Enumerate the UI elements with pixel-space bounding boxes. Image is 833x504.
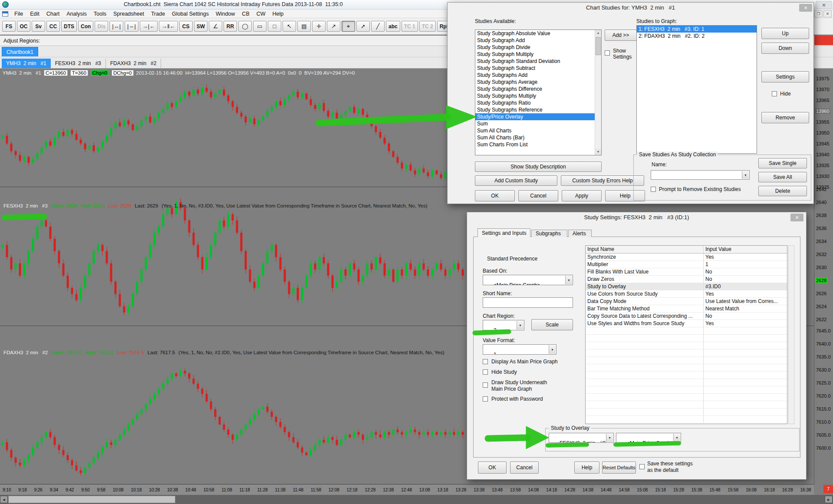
- study-list-item[interactable]: Study Subgraphs Add: [475, 72, 595, 79]
- study-list-item[interactable]: Study/Price Overlay: [475, 113, 595, 120]
- menu-item-edit[interactable]: Edit: [26, 11, 43, 17]
- study-list-item[interactable]: Study Subgraphs Average: [475, 79, 595, 86]
- short-name-input[interactable]: [483, 297, 573, 308]
- time-axis[interactable]: 9:109:189:269:349:429:509:5810:0810:1810…: [0, 484, 814, 495]
- save-single-button[interactable]: Save Single: [758, 158, 807, 168]
- study-list-item[interactable]: Study Subgraph Standard Deviation: [475, 58, 595, 65]
- menu-item-tools[interactable]: Tools: [90, 11, 110, 17]
- settings-cancel-button[interactable]: Cancel: [510, 461, 539, 474]
- menu-item-spreadsheet[interactable]: Spreadsheet: [110, 11, 148, 17]
- input-row[interactable]: Use Colors from Source StudyYes: [586, 290, 787, 298]
- prompt-remove-checkbox[interactable]: [651, 187, 656, 192]
- tab-alerts[interactable]: Alerts: [568, 230, 592, 237]
- hide-study-checkbox[interactable]: [772, 91, 777, 96]
- custom-study-errors-help-button[interactable]: Custom Study Errors Help: [561, 175, 644, 186]
- input-row[interactable]: [586, 401, 787, 408]
- chevron-down-icon[interactable]: ▼: [549, 345, 556, 354]
- save-all-button[interactable]: Save All: [758, 172, 807, 182]
- input-row[interactable]: Multiplier1: [586, 261, 787, 268]
- study-list-item[interactable]: Study Subgraph Divide: [475, 44, 595, 51]
- study-list-item[interactable]: Study Subgraphs Multiply: [475, 92, 595, 99]
- input-row[interactable]: [586, 386, 787, 394]
- studies-list-scrollbar[interactable]: ▲ ▼: [595, 30, 601, 155]
- move-down-button[interactable]: Down: [761, 43, 809, 54]
- settings-help-button[interactable]: Help: [574, 461, 599, 474]
- inputs-table[interactable]: Input Name Input Value SynchronizeYesMul…: [585, 245, 787, 424]
- graph-list-item[interactable]: 1: FESXH3 2 min #3. ID: 1: [637, 26, 757, 33]
- menu-item-window[interactable]: Window: [212, 11, 238, 17]
- study-list-item[interactable]: Sum Charts From List: [475, 141, 595, 148]
- toolbar-decrease-bar-spacing-max-icon[interactable]: →‖←: [159, 21, 178, 32]
- overlay-study-combobox[interactable]: FESXH3 2 min #3 ▼: [549, 433, 614, 443]
- draw-underneath-checkbox[interactable]: [483, 382, 488, 388]
- chart-region-combobox[interactable]: 2 ▼: [483, 320, 524, 330]
- input-row[interactable]: Fill Blanks With Last ValueNo: [586, 268, 787, 276]
- scrollbar-thumb[interactable]: [8, 496, 175, 503]
- collection-name-combobox[interactable]: ▼: [651, 170, 750, 180]
- protect-password-checkbox[interactable]: [483, 396, 488, 402]
- study-list-item[interactable]: Study Subgraph Multiply: [475, 51, 595, 58]
- scrollbar-thumb[interactable]: [596, 37, 601, 55]
- toolbar-increase-bar-spacing-icon[interactable]: |↔|: [109, 21, 123, 32]
- display-as-main-checkbox[interactable]: [483, 359, 488, 364]
- study-list-item[interactable]: Study Subgraph Add: [475, 37, 595, 44]
- toolbar-trendline-tool-icon[interactable]: ↗: [327, 21, 340, 32]
- hide-study-checkbox[interactable]: [483, 369, 488, 375]
- study-list-item[interactable]: Sum All Charts: [475, 127, 595, 134]
- scroll-right-icon[interactable]: ►: [825, 496, 833, 503]
- toolbar-pointer-tool-icon[interactable]: ↖: [283, 21, 296, 32]
- menu-item-cb[interactable]: CB: [238, 11, 253, 17]
- toolbar-angle-tool-icon[interactable]: ∠: [209, 21, 222, 32]
- input-row[interactable]: Data Copy ModeUse Latest Value from Corr…: [586, 298, 787, 305]
- chart-tab-fdaxh3[interactable]: FDAXH3 2 min #2: [106, 59, 161, 68]
- input-row[interactable]: [586, 416, 787, 423]
- chevron-down-icon[interactable]: ▼: [742, 171, 749, 179]
- input-row[interactable]: [586, 379, 787, 386]
- chartbook-document-icon[interactable]: [2, 11, 8, 16]
- input-row[interactable]: Use Styles and Widths from Source StudyY…: [586, 320, 787, 327]
- reset-defaults-button[interactable]: Reset Defaults: [602, 461, 636, 474]
- input-row[interactable]: [586, 357, 787, 364]
- toolbar-text-tool-button[interactable]: abc: [386, 21, 400, 32]
- toolbar-chart-values-tool-icon[interactable]: ▤: [297, 21, 311, 32]
- study-list-item[interactable]: Study Subgraphs Ratio: [475, 99, 595, 106]
- toolbar-selection-tool-icon[interactable]: ⌖: [342, 21, 355, 32]
- toolbar-ellipse-tool-icon[interactable]: ◯: [238, 21, 252, 32]
- scale-button[interactable]: Scale: [531, 319, 573, 330]
- toolbar-sw-button[interactable]: SW: [194, 21, 207, 32]
- toolbar-oc-button[interactable]: OC: [17, 21, 30, 32]
- chevron-down-icon[interactable]: ▼: [517, 321, 524, 329]
- tab-subgraphs[interactable]: Subgraphs: [531, 230, 567, 237]
- toolbar-rectangle-tool-icon[interactable]: □: [268, 21, 281, 32]
- input-row[interactable]: Copy Source Data to Latest Corresponding…: [586, 313, 787, 320]
- toolbar-rr-button[interactable]: RR: [224, 21, 237, 32]
- toolbar-ray-tool-icon[interactable]: ➚: [356, 21, 370, 32]
- menu-item-trade[interactable]: Trade: [148, 11, 168, 17]
- input-row[interactable]: [586, 349, 787, 357]
- move-up-button[interactable]: Up: [761, 28, 809, 39]
- chart-tab-fesxh3[interactable]: FESXH3 2 min #3: [51, 59, 106, 68]
- menu-item-cw[interactable]: CW: [253, 11, 269, 17]
- input-row[interactable]: [586, 335, 787, 342]
- studies-apply-button[interactable]: Apply: [562, 190, 602, 201]
- studies-ok-button[interactable]: OK: [475, 190, 515, 201]
- toolbar-save-button[interactable]: Sv: [32, 21, 45, 32]
- study-list-item[interactable]: Study Subgraphs Difference: [475, 86, 595, 92]
- scroll-up-icon[interactable]: ▲: [595, 30, 601, 36]
- studies-cancel-button[interactable]: Cancel: [518, 190, 558, 201]
- toolbar-fs-button[interactable]: FS: [2, 21, 16, 32]
- toolbar-increase-bar-spacing-max-icon[interactable]: |⇔|: [125, 21, 138, 32]
- toolbar-dts-button[interactable]: DTS: [61, 21, 77, 32]
- study-list-item[interactable]: Sum: [475, 120, 595, 127]
- delete-collection-button[interactable]: Delete: [758, 186, 807, 196]
- toolbar-rounded-rectangle-tool-icon[interactable]: ▭: [253, 21, 267, 32]
- input-row[interactable]: [586, 372, 787, 379]
- input-row[interactable]: [586, 342, 787, 349]
- input-row[interactable]: [586, 394, 787, 401]
- toolbar-cs-button[interactable]: CS: [179, 21, 193, 32]
- menu-item-analysis[interactable]: Analysis: [63, 11, 90, 17]
- tab-settings-and-inputs[interactable]: Settings and Inputs: [477, 228, 530, 237]
- input-row[interactable]: Study to Overlay#3.ID0: [586, 283, 787, 290]
- graph-list-item[interactable]: 2: FDAXH3 2 min #2. ID: 2: [637, 33, 757, 40]
- overlay-subgraph-combobox[interactable]: <Main Price Graph> ▼: [616, 433, 681, 443]
